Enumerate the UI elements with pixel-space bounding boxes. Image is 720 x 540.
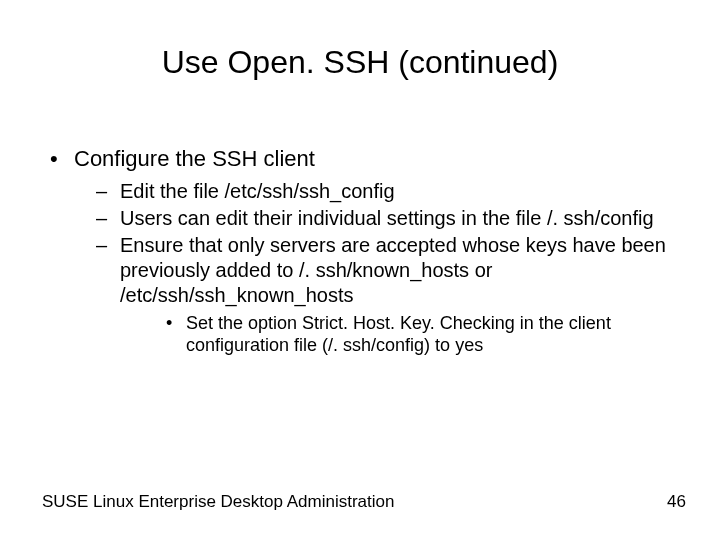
- bullet-l2-item: Users can edit their individual settings…: [74, 206, 680, 231]
- footer-text: SUSE Linux Enterprise Desktop Administra…: [42, 492, 394, 512]
- bullet-l1-text: Configure the SSH client: [74, 146, 315, 171]
- bullet-l3-item: Set the option Strict. Host. Key. Checki…: [120, 312, 680, 357]
- page-number: 46: [667, 492, 686, 512]
- bullet-l3-text: Set the option Strict. Host. Key. Checki…: [186, 313, 611, 356]
- slide: Use Open. SSH (continued) Configure the …: [0, 0, 720, 540]
- bullet-l1-item: Configure the SSH client Edit the file /…: [46, 145, 680, 357]
- slide-title: Use Open. SSH (continued): [0, 44, 720, 81]
- bullet-l2-item: Ensure that only servers are accepted wh…: [74, 233, 680, 357]
- bullet-list-level1: Configure the SSH client Edit the file /…: [46, 145, 680, 357]
- slide-body: Configure the SSH client Edit the file /…: [46, 145, 680, 363]
- bullet-list-level2: Edit the file /etc/ssh/ssh_config Users …: [74, 179, 680, 357]
- bullet-l2-text: Users can edit their individual settings…: [120, 207, 654, 229]
- bullet-l2-item: Edit the file /etc/ssh/ssh_config: [74, 179, 680, 204]
- bullet-list-level3: Set the option Strict. Host. Key. Checki…: [120, 312, 680, 357]
- bullet-l2-text: Edit the file /etc/ssh/ssh_config: [120, 180, 395, 202]
- bullet-l2-text: Ensure that only servers are accepted wh…: [120, 234, 666, 306]
